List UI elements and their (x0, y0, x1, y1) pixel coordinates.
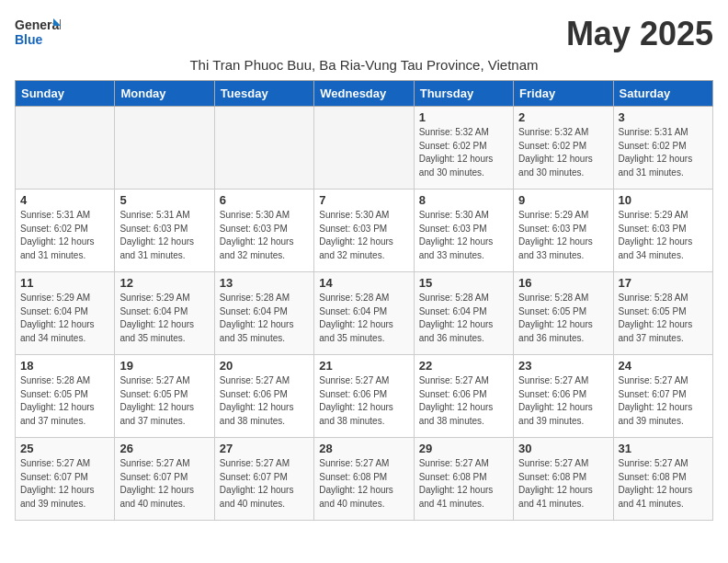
day-info: Sunrise: 5:27 AM Sunset: 6:08 PM Dayligh… (619, 457, 708, 511)
month-title: May 2025 (566, 15, 713, 53)
day-info: Sunrise: 5:27 AM Sunset: 6:08 PM Dayligh… (319, 457, 408, 511)
day-number: 20 (220, 359, 309, 373)
day-number: 26 (119, 442, 209, 455)
day-number: 30 (518, 442, 608, 455)
calendar-cell-w4d6: 31Sunrise: 5:27 AM Sunset: 6:08 PM Dayli… (613, 438, 712, 521)
logo: General Blue (15, 15, 61, 48)
day-number: 27 (220, 442, 309, 455)
day-info: Sunrise: 5:27 AM Sunset: 6:07 PM Dayligh… (619, 374, 708, 428)
day-number: 11 (20, 276, 109, 290)
day-info: Sunrise: 5:27 AM Sunset: 6:07 PM Dayligh… (220, 457, 309, 511)
day-number: 31 (619, 442, 708, 455)
calendar-cell-w1d2: 6Sunrise: 5:30 AM Sunset: 6:03 PM Daylig… (214, 190, 313, 272)
page-header: General Blue May 2025 (15, 15, 713, 53)
day-number: 9 (518, 193, 608, 207)
day-number: 18 (20, 359, 109, 373)
calendar-cell-w2d6: 17Sunrise: 5:28 AM Sunset: 6:05 PM Dayli… (613, 272, 712, 355)
calendar-cell-w4d0: 25Sunrise: 5:27 AM Sunset: 6:07 PM Dayli… (16, 438, 115, 521)
calendar-cell-w0d0 (16, 107, 115, 190)
day-info: Sunrise: 5:32 AM Sunset: 6:02 PM Dayligh… (518, 126, 608, 179)
calendar-cell-w1d6: 10Sunrise: 5:29 AM Sunset: 6:03 PM Dayli… (613, 190, 712, 272)
day-number: 12 (119, 276, 209, 290)
calendar-cell-w0d1 (115, 107, 214, 190)
day-info: Sunrise: 5:27 AM Sunset: 6:06 PM Dayligh… (319, 374, 408, 428)
day-number: 1 (419, 110, 508, 124)
day-number: 24 (619, 359, 708, 373)
day-info: Sunrise: 5:29 AM Sunset: 6:03 PM Dayligh… (619, 209, 708, 262)
day-info: Sunrise: 5:31 AM Sunset: 6:03 PM Dayligh… (119, 209, 209, 262)
day-number: 5 (119, 193, 209, 207)
day-info: Sunrise: 5:28 AM Sunset: 6:04 PM Dayligh… (319, 292, 408, 345)
calendar-table: SundayMondayTuesdayWednesdayThursdayFrid… (15, 80, 713, 521)
day-number: 29 (419, 442, 508, 455)
day-info: Sunrise: 5:30 AM Sunset: 6:03 PM Dayligh… (220, 209, 309, 262)
day-info: Sunrise: 5:27 AM Sunset: 6:08 PM Dayligh… (419, 457, 508, 511)
day-number: 13 (220, 276, 309, 290)
day-number: 7 (319, 193, 408, 207)
calendar-cell-w0d4: 1Sunrise: 5:32 AM Sunset: 6:02 PM Daylig… (414, 107, 513, 190)
day-info: Sunrise: 5:29 AM Sunset: 6:04 PM Dayligh… (119, 292, 209, 345)
calendar-cell-w1d4: 8Sunrise: 5:30 AM Sunset: 6:03 PM Daylig… (414, 190, 513, 272)
day-number: 15 (419, 276, 508, 290)
day-info: Sunrise: 5:27 AM Sunset: 6:05 PM Dayligh… (119, 374, 209, 428)
calendar-cell-w3d5: 23Sunrise: 5:27 AM Sunset: 6:06 PM Dayli… (514, 355, 613, 438)
calendar-cell-w3d1: 19Sunrise: 5:27 AM Sunset: 6:05 PM Dayli… (115, 355, 214, 438)
calendar-cell-w1d0: 4Sunrise: 5:31 AM Sunset: 6:02 PM Daylig… (16, 190, 115, 272)
dow-header-saturday: Saturday (613, 81, 712, 107)
dow-header-monday: Monday (115, 81, 214, 107)
day-info: Sunrise: 5:30 AM Sunset: 6:03 PM Dayligh… (419, 209, 508, 262)
calendar-cell-w2d0: 11Sunrise: 5:29 AM Sunset: 6:04 PM Dayli… (16, 272, 115, 355)
day-info: Sunrise: 5:29 AM Sunset: 6:03 PM Dayligh… (518, 209, 608, 262)
calendar-cell-w3d0: 18Sunrise: 5:28 AM Sunset: 6:05 PM Dayli… (16, 355, 115, 438)
day-info: Sunrise: 5:30 AM Sunset: 6:03 PM Dayligh… (319, 209, 408, 262)
day-number: 22 (419, 359, 508, 373)
day-info: Sunrise: 5:27 AM Sunset: 6:06 PM Dayligh… (419, 374, 508, 428)
day-number: 19 (119, 359, 209, 373)
day-number: 21 (319, 359, 408, 373)
calendar-cell-w3d3: 21Sunrise: 5:27 AM Sunset: 6:06 PM Dayli… (314, 355, 414, 438)
calendar-cell-w4d1: 26Sunrise: 5:27 AM Sunset: 6:07 PM Dayli… (115, 438, 214, 521)
day-info: Sunrise: 5:31 AM Sunset: 6:02 PM Dayligh… (619, 126, 708, 179)
day-info: Sunrise: 5:27 AM Sunset: 6:07 PM Dayligh… (20, 457, 109, 511)
calendar-cell-w2d1: 12Sunrise: 5:29 AM Sunset: 6:04 PM Dayli… (115, 272, 214, 355)
calendar-cell-w0d5: 2Sunrise: 5:32 AM Sunset: 6:02 PM Daylig… (514, 107, 613, 190)
day-number: 10 (619, 193, 708, 207)
day-info: Sunrise: 5:27 AM Sunset: 6:07 PM Dayligh… (119, 457, 209, 511)
day-number: 2 (518, 110, 608, 124)
day-number: 14 (319, 276, 408, 290)
day-info: Sunrise: 5:28 AM Sunset: 6:04 PM Dayligh… (419, 292, 508, 345)
svg-text:Blue: Blue (15, 32, 43, 47)
dow-header-thursday: Thursday (414, 81, 513, 107)
day-number: 17 (619, 276, 708, 290)
dow-header-tuesday: Tuesday (214, 81, 313, 107)
day-info: Sunrise: 5:28 AM Sunset: 6:05 PM Dayligh… (619, 292, 708, 345)
dow-header-friday: Friday (514, 81, 613, 107)
day-number: 25 (20, 442, 109, 455)
day-info: Sunrise: 5:28 AM Sunset: 6:05 PM Dayligh… (518, 292, 608, 345)
calendar-cell-w0d2 (214, 107, 313, 190)
day-info: Sunrise: 5:28 AM Sunset: 6:05 PM Dayligh… (20, 374, 109, 428)
day-info: Sunrise: 5:27 AM Sunset: 6:06 PM Dayligh… (518, 374, 608, 428)
calendar-cell-w1d1: 5Sunrise: 5:31 AM Sunset: 6:03 PM Daylig… (115, 190, 214, 272)
calendar-cell-w2d5: 16Sunrise: 5:28 AM Sunset: 6:05 PM Dayli… (514, 272, 613, 355)
day-number: 4 (20, 193, 109, 207)
logo-svg: General Blue (15, 15, 61, 48)
calendar-cell-w3d2: 20Sunrise: 5:27 AM Sunset: 6:06 PM Dayli… (214, 355, 313, 438)
day-info: Sunrise: 5:28 AM Sunset: 6:04 PM Dayligh… (220, 292, 309, 345)
calendar-cell-w3d6: 24Sunrise: 5:27 AM Sunset: 6:07 PM Dayli… (613, 355, 712, 438)
calendar-cell-w1d5: 9Sunrise: 5:29 AM Sunset: 6:03 PM Daylig… (514, 190, 613, 272)
calendar-cell-w2d2: 13Sunrise: 5:28 AM Sunset: 6:04 PM Dayli… (214, 272, 313, 355)
calendar-cell-w2d4: 15Sunrise: 5:28 AM Sunset: 6:04 PM Dayli… (414, 272, 513, 355)
day-number: 16 (518, 276, 608, 290)
calendar-cell-w4d3: 28Sunrise: 5:27 AM Sunset: 6:08 PM Dayli… (314, 438, 414, 521)
calendar-cell-w2d3: 14Sunrise: 5:28 AM Sunset: 6:04 PM Dayli… (314, 272, 414, 355)
calendar-cell-w4d5: 30Sunrise: 5:27 AM Sunset: 6:08 PM Dayli… (514, 438, 613, 521)
day-info: Sunrise: 5:27 AM Sunset: 6:08 PM Dayligh… (518, 457, 608, 511)
calendar-cell-w4d4: 29Sunrise: 5:27 AM Sunset: 6:08 PM Dayli… (414, 438, 513, 521)
day-number: 3 (619, 110, 708, 124)
location-subtitle: Thi Tran Phuoc Buu, Ba Ria-Vung Tau Prov… (15, 57, 713, 73)
day-number: 28 (319, 442, 408, 455)
day-info: Sunrise: 5:27 AM Sunset: 6:06 PM Dayligh… (220, 374, 309, 428)
day-info: Sunrise: 5:29 AM Sunset: 6:04 PM Dayligh… (20, 292, 109, 345)
calendar-cell-w0d6: 3Sunrise: 5:31 AM Sunset: 6:02 PM Daylig… (613, 107, 712, 190)
